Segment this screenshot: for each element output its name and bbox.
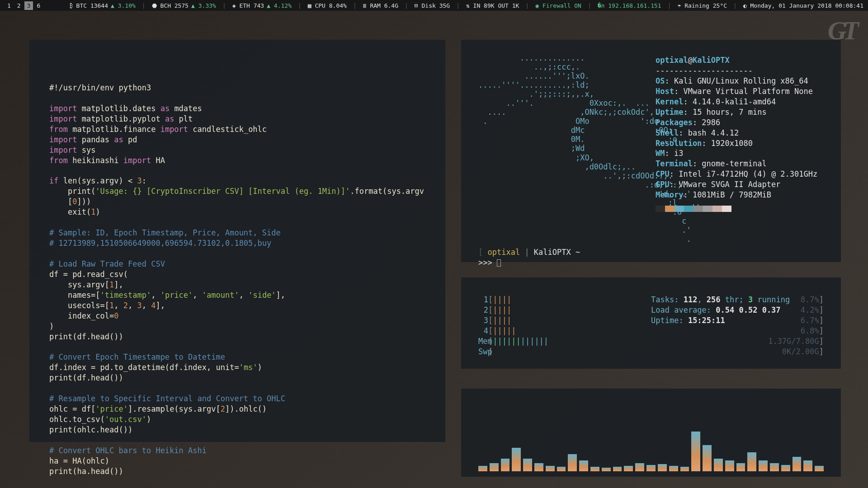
disk-status: ⊟ Disk 35G <box>415 2 450 9</box>
htop-panel[interactable]: 1 [||||8.7%] 2 [||||4.2%] 3 [||||6.7%] 4… <box>461 277 841 369</box>
viz-bar <box>725 460 734 471</box>
viz-bar <box>478 466 487 471</box>
workspace-6[interactable]: 6 <box>34 1 43 10</box>
viz-bar <box>568 454 577 471</box>
workspace-3[interactable]: 3 <box>24 1 33 10</box>
viz-bar <box>501 459 510 471</box>
viz-bar <box>669 466 678 471</box>
audio-visualizer-panel <box>461 389 841 477</box>
viz-bar <box>546 466 555 471</box>
viz-bar <box>680 467 689 471</box>
viz-bar <box>534 463 543 471</box>
ip-status: �л 192.168.161.151 <box>598 2 661 9</box>
mem-bar: Mem[||||||||||||1.37G/7.80G] <box>478 336 824 347</box>
bch-ticker: ⬣ BCH 2575 ▲ 3.33% <box>152 2 216 9</box>
viz-bar <box>747 452 756 471</box>
ram-status: ≣ RAM 6.4G <box>363 2 398 9</box>
viz-bar <box>736 463 745 471</box>
btc-ticker: ₿ BTC 13644 ▲ 3.10% <box>70 2 136 9</box>
code-editor-panel[interactable]: #!/usr/bin/env python3 import matplotlib… <box>29 40 445 442</box>
viz-bar <box>624 466 633 471</box>
viz-bar <box>759 460 768 471</box>
viz-bar <box>557 467 566 471</box>
viz-bar <box>590 467 599 471</box>
weather-status: ☂ Raining 25°C <box>677 2 727 9</box>
neofetch-panel[interactable]: .............. ..,;:ccc,. ......''';lxO.… <box>461 40 841 262</box>
viz-bar <box>815 466 824 471</box>
shell-prompt[interactable]: [ optixal | KaliOPTX ~ >>> <box>478 247 824 268</box>
viz-bar <box>691 432 700 471</box>
workspace-1[interactable]: 1 <box>5 1 14 10</box>
viz-bar <box>714 459 723 471</box>
cpu-status: ▦ CPU 8.04% <box>308 2 347 9</box>
viz-bar <box>490 463 499 471</box>
statusbar: 1236 ₿ BTC 13644 ▲ 3.10%|⬣ BCH 2575 ▲ 3.… <box>0 0 868 11</box>
datetime: ◐ Monday, 01 January 2018 00:08:41 <box>743 2 863 9</box>
viz-bar <box>793 457 802 471</box>
workspace-2[interactable]: 2 <box>14 1 24 10</box>
eth-ticker: ◈ ETH 743 ▲ 4.12% <box>232 2 292 9</box>
workspace-switcher: 1236 <box>5 1 43 10</box>
viz-bar <box>602 468 611 471</box>
viz-bar <box>770 463 779 471</box>
viz-bar <box>579 460 588 471</box>
viz-bar <box>803 460 812 471</box>
viz-bar <box>613 467 622 471</box>
net-status: ⇅ IN 89K OUT 1K <box>466 2 519 9</box>
viz-bar <box>781 465 790 471</box>
viz-bar <box>658 464 667 471</box>
system-info: optixal@KaliOPTX --------------------- O… <box>656 55 817 212</box>
cpu-bar-4: 4 [|||||6.8%] <box>478 326 824 336</box>
viz-bar <box>703 445 712 471</box>
viz-bar <box>635 463 644 471</box>
color-palette <box>656 206 817 212</box>
swp-bar: Swp[0K/2.00G] <box>478 347 824 357</box>
viz-bar <box>646 465 656 471</box>
viz-bar <box>512 448 521 471</box>
firewall-status: ◉ Firewall ON <box>535 2 581 9</box>
viz-bar <box>523 459 532 471</box>
